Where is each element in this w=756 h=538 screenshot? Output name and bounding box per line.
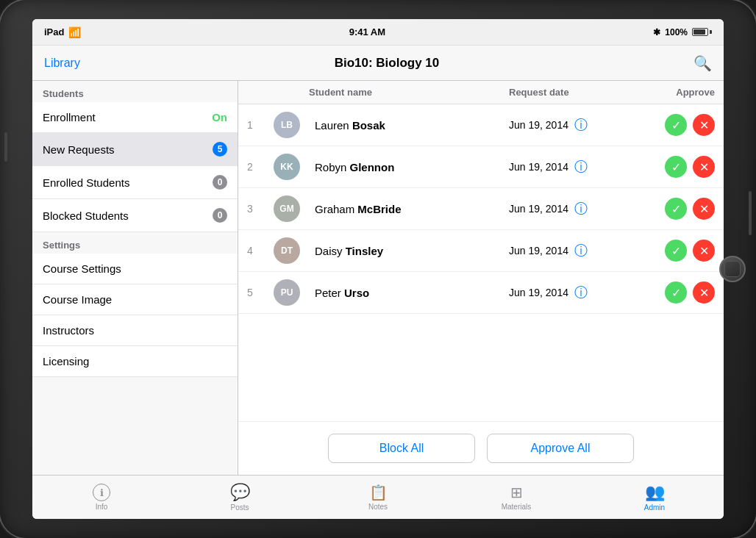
instructors-label: Instructors: [43, 324, 94, 337]
materials-tab-label: Materials: [502, 503, 532, 511]
tab-info[interactable]: ℹ Info: [32, 484, 171, 511]
approve-actions: ✓ ✕: [627, 114, 715, 136]
sidebar-item-licensing[interactable]: Licensing: [32, 346, 238, 377]
request-date: Jun 19, 2014 ⓘ: [509, 200, 627, 218]
admin-tab-label: Admin: [644, 503, 665, 512]
date-text: Jun 19, 2014: [509, 287, 568, 298]
student-name: Robyn Glennon: [309, 161, 509, 173]
request-date: Jun 19, 2014 ⓘ: [509, 116, 627, 134]
reject-button[interactable]: ✕: [693, 198, 715, 220]
bluetooth-icon: ✱: [653, 27, 660, 37]
main-content: Students Enrollment On New Requests 5 En…: [32, 81, 724, 475]
request-date: Jun 19, 2014 ⓘ: [509, 242, 627, 259]
reject-button[interactable]: ✕: [693, 114, 715, 136]
approve-actions: ✓ ✕: [627, 198, 715, 220]
sidebar-item-course-image[interactable]: Course Image: [32, 284, 238, 315]
students-section-header: Students: [32, 81, 238, 102]
status-bar: iPad 📶 9:41 AM ✱ 100%: [32, 19, 724, 46]
info-tab-label: Info: [96, 503, 108, 511]
sidebar-item-blocked-students[interactable]: Blocked Students 0: [32, 199, 238, 232]
info-icon[interactable]: ⓘ: [574, 158, 588, 176]
enrolled-students-badge: 0: [213, 175, 227, 190]
info-icon[interactable]: ⓘ: [574, 284, 588, 301]
home-button[interactable]: [719, 256, 746, 282]
reject-button[interactable]: ✕: [693, 281, 715, 304]
battery-label: 100%: [665, 27, 688, 37]
sidebar-item-course-settings[interactable]: Course Settings: [32, 254, 238, 284]
device: iPad 📶 9:41 AM ✱ 100% Library Bio10: Bio…: [0, 0, 756, 538]
col-header-student-name: Student name: [309, 87, 509, 98]
reject-button[interactable]: ✕: [693, 240, 715, 262]
search-icon[interactable]: 🔍: [693, 54, 712, 72]
request-date: Jun 19, 2014 ⓘ: [509, 284, 627, 301]
table-row: 1 LB Lauren Bosak Jun 19, 2014 ⓘ ✓ ✕: [238, 104, 724, 146]
blocked-students-badge: 0: [213, 208, 227, 223]
student-name: Peter Urso: [309, 287, 509, 299]
nav-title: Bio10: Biology 10: [335, 56, 440, 71]
avatar: LB: [274, 112, 300, 138]
request-date: Jun 19, 2014 ⓘ: [509, 158, 627, 176]
col-header-approve: Approve: [627, 87, 715, 98]
row-num: 2: [247, 161, 274, 173]
col-header-request-date: Request date: [509, 87, 627, 98]
status-time: 9:41 AM: [349, 26, 385, 37]
tab-notes[interactable]: 📋 Notes: [309, 484, 447, 511]
back-button[interactable]: Library: [44, 57, 80, 70]
info-icon[interactable]: ⓘ: [574, 116, 588, 134]
col-header-avatar: [274, 87, 309, 98]
blocked-students-label: Blocked Students: [43, 209, 129, 222]
date-text: Jun 19, 2014: [509, 161, 568, 173]
approve-button[interactable]: ✓: [665, 281, 687, 304]
approve-all-button[interactable]: Approve All: [487, 434, 634, 463]
sidebar-item-new-requests[interactable]: New Requests 5: [32, 133, 238, 166]
reject-button[interactable]: ✕: [693, 156, 715, 178]
carrier-label: iPad: [44, 26, 64, 37]
approve-button[interactable]: ✓: [665, 156, 687, 178]
status-right: ✱ 100%: [653, 27, 712, 37]
avatar: DT: [274, 237, 300, 264]
admin-tab-icon: 👥: [645, 483, 665, 502]
avatar: KK: [274, 154, 300, 180]
approve-actions: ✓ ✕: [627, 240, 715, 262]
course-settings-label: Course Settings: [43, 262, 121, 275]
new-requests-badge: 5: [213, 142, 227, 157]
new-requests-label: New Requests: [43, 143, 115, 156]
info-icon[interactable]: ⓘ: [574, 242, 588, 259]
col-header-num: [247, 87, 274, 98]
posts-tab-label: Posts: [230, 503, 249, 512]
info-icon[interactable]: ⓘ: [574, 200, 588, 218]
approve-button[interactable]: ✓: [665, 198, 687, 220]
enrollment-badge: On: [212, 111, 227, 123]
avatar: GM: [274, 196, 300, 222]
battery-tip: [710, 30, 712, 34]
student-name: Graham McBride: [309, 203, 509, 215]
posts-tab-icon: 💬: [230, 483, 250, 502]
block-all-button[interactable]: Block All: [328, 434, 475, 463]
tab-posts[interactable]: 💬 Posts: [171, 483, 309, 512]
row-num: 4: [247, 245, 274, 257]
notes-tab-label: Notes: [368, 503, 388, 511]
wifi-icon: 📶: [68, 26, 81, 38]
approve-actions: ✓ ✕: [627, 156, 715, 178]
sidebar-item-enrollment[interactable]: Enrollment On: [32, 102, 238, 133]
approve-button[interactable]: ✓: [665, 114, 687, 136]
tab-admin[interactable]: 👥 Admin: [585, 483, 724, 512]
approve-button[interactable]: ✓: [665, 240, 687, 262]
row-num: 5: [247, 287, 274, 298]
tab-materials[interactable]: ⊞ Materials: [447, 484, 585, 511]
avatar: PU: [274, 279, 300, 306]
battery-fill: [693, 29, 705, 35]
notes-tab-icon: 📋: [369, 484, 388, 501]
table-row: 5 PU Peter Urso Jun 19, 2014 ⓘ ✓ ✕: [238, 272, 724, 314]
tab-bar: ℹ Info 💬 Posts 📋 Notes ⊞ Materials 👥 Adm…: [32, 475, 724, 519]
row-num: 3: [247, 203, 274, 215]
sidebar-item-instructors[interactable]: Instructors: [32, 315, 238, 346]
battery-icon: [692, 28, 712, 36]
student-name: Lauren Bosak: [309, 119, 509, 132]
student-name: Daisy Tinsley: [309, 245, 509, 257]
sidebar-item-enrolled-students[interactable]: Enrolled Students 0: [32, 166, 238, 199]
materials-tab-icon: ⊞: [510, 484, 523, 501]
enrolled-students-label: Enrolled Students: [43, 176, 129, 189]
date-text: Jun 19, 2014: [509, 245, 568, 257]
table-row: 2 KK Robyn Glennon Jun 19, 2014 ⓘ ✓ ✕: [238, 146, 724, 188]
